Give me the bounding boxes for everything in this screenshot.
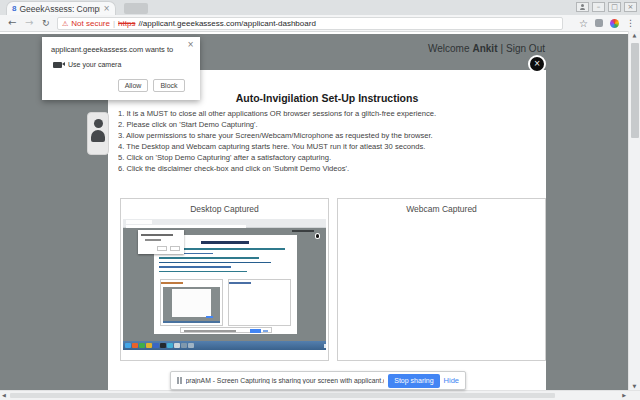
site-favicon-icon: 8: [12, 5, 16, 13]
camera-permission-dialog: × applicant.geeekassess.com wants to Use…: [42, 37, 200, 100]
forward-icon[interactable]: →: [25, 17, 33, 28]
header-divider: |: [500, 43, 503, 54]
mini-desktop-panel: [160, 279, 223, 326]
toolbar-actions: ☆ ⋮: [579, 15, 635, 31]
browser-tab[interactable]: 8 GeeekAssess: Compreher ×: [6, 1, 116, 15]
mini-desktop: [123, 228, 326, 341]
mini-share-bar: [180, 327, 272, 333]
scroll-left-icon[interactable]: ◀: [2, 392, 6, 398]
mini-permission-dialog: [138, 230, 184, 254]
instruction-item: 3. Allow permissions to share your Scree…: [118, 130, 540, 141]
dialog-close-icon[interactable]: ×: [187, 40, 194, 49]
scroll-right-icon[interactable]: ▶: [622, 392, 626, 398]
scroll-up-icon[interactable]: ▲: [629, 32, 640, 38]
hide-link[interactable]: Hide: [444, 376, 459, 385]
extension-icon[interactable]: [595, 19, 603, 27]
instruction-item: 4. The Desktop and Webcam capturing star…: [118, 141, 540, 152]
url-scheme: https: [118, 19, 135, 28]
address-bar[interactable]: ⚠ Not secure | https //applicant.geeekas…: [57, 17, 563, 30]
window-controls: – □ ×: [576, 2, 637, 12]
webcam-captured-panel: Webcam Captured: [337, 198, 546, 361]
tab-strip: 8 GeeekAssess: Compreher × – □ ×: [0, 0, 640, 15]
browser-window: 8 GeeekAssess: Compreher × – □ × ← → ↻ ⚠…: [0, 0, 640, 400]
block-button[interactable]: Block: [153, 79, 185, 92]
dialog-title: applicant.geeekassess.com wants to: [51, 45, 173, 54]
stop-sharing-button[interactable]: Stop sharing: [388, 374, 439, 388]
close-window-button[interactable]: ×: [624, 2, 637, 12]
profile-icon[interactable]: [576, 2, 589, 12]
browser-toolbar: ← → ↻ ⚠ Not secure | https //applicant.g…: [0, 15, 640, 32]
minimize-button[interactable]: –: [592, 2, 605, 12]
pause-icon: [177, 377, 182, 384]
instruction-item: 2. Please click on 'Start Demo Capturing…: [118, 119, 540, 130]
instruction-list: 1. It is a MUST to close all other appli…: [118, 108, 540, 174]
vertical-scrollbar[interactable]: ▲ ▼: [628, 31, 640, 390]
username: Ankit: [472, 43, 497, 54]
tab-close-icon[interactable]: ×: [103, 5, 110, 13]
horizontal-scrollbar-thumb[interactable]: [10, 393, 555, 398]
bookmark-star-icon[interactable]: ☆: [579, 18, 588, 29]
url-text: //applicant.geeekassess.com/applicant-da…: [138, 19, 315, 28]
maximize-button[interactable]: □: [608, 2, 621, 12]
mini-taskbar: [123, 341, 326, 350]
horizontal-scrollbar[interactable]: ◀ ▶: [0, 390, 640, 400]
colorful-extension-icon[interactable]: [610, 19, 619, 28]
menu-icon[interactable]: ⋮: [626, 18, 635, 28]
warning-icon: ⚠: [62, 20, 68, 28]
new-tab-button[interactable]: [124, 3, 148, 14]
scroll-down-icon[interactable]: ▼: [629, 383, 640, 389]
camera-icon: [53, 62, 62, 68]
desktop-panel-title: Desktop Captured: [121, 204, 328, 214]
site-header: Welcome Ankit | Sign Out: [428, 43, 545, 54]
close-overlay-button[interactable]: ×: [530, 57, 544, 71]
screen-sharing-bar: prajnAM - Screen Capturing is sharing yo…: [170, 371, 466, 390]
mini-browser-chrome: [123, 219, 326, 228]
sign-out-link[interactable]: Sign Out: [506, 43, 545, 54]
allow-button[interactable]: Allow: [118, 79, 148, 92]
instruction-item: 5. Click on 'Stop Demo Capturing' after …: [118, 152, 540, 163]
content-area: Auto-Invigilation Set-Up Instructions 1.…: [108, 70, 546, 390]
vertical-scrollbar-thumb[interactable]: [631, 43, 639, 138]
mini-webcam-panel: [228, 279, 291, 326]
url-divider: |: [113, 19, 115, 28]
dialog-request-text: Use your camera: [68, 61, 121, 68]
instruction-item: 1. It is a MUST to close all other appli…: [118, 108, 540, 119]
page-top-strip: [0, 32, 628, 34]
webcam-panel-title: Webcam Captured: [338, 204, 545, 214]
welcome-label: Welcome: [428, 43, 470, 54]
sharing-message: prajnAM - Screen Capturing is sharing yo…: [186, 377, 385, 384]
reload-icon[interactable]: ↻: [42, 18, 50, 28]
mini-nested-capture: [163, 287, 220, 323]
desktop-capture-frame: [123, 219, 326, 350]
avatar: [87, 112, 109, 155]
back-icon[interactable]: ←: [8, 17, 16, 28]
dialog-request-row: Use your camera: [53, 61, 121, 68]
instruction-item: 6. Click the disclaimer check-box and cl…: [118, 163, 540, 174]
tab-title: GeeekAssess: Compreher: [19, 4, 100, 14]
not-secure-label[interactable]: Not secure: [71, 19, 110, 28]
desktop-captured-panel: Desktop Captured: [120, 198, 329, 361]
